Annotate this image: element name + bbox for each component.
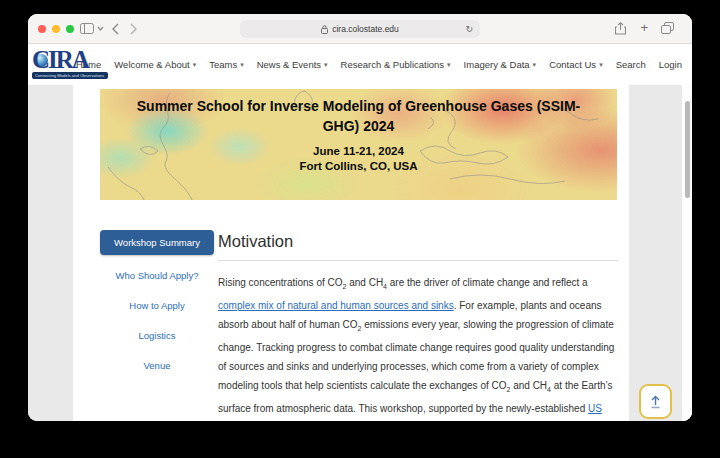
lock-icon	[321, 25, 328, 34]
zoom-window-button[interactable]	[66, 25, 74, 33]
paragraph-text: are the driver of climate change and ref…	[387, 277, 588, 288]
banner-location: Fort Collins, CO, USA	[100, 159, 617, 174]
banner-title: Summer School for Inverse Modeling of Gr…	[129, 96, 589, 136]
sidebar-item-who-should-apply[interactable]: Who Should Apply?	[100, 270, 214, 281]
nav-item-news-events[interactable]: News & Events▾	[257, 59, 328, 70]
url-text: cira.colostate.edu	[332, 24, 399, 34]
sidebar-icon[interactable]	[80, 23, 94, 34]
banner-date: June 11-21, 2024	[100, 144, 617, 159]
chevron-down-icon[interactable]	[97, 26, 104, 31]
scrollbar-track[interactable]	[682, 85, 692, 421]
nav-item-teams[interactable]: Teams▾	[209, 59, 244, 70]
banner-text: Summer School for Inverse Modeling of Gr…	[100, 96, 617, 174]
nav-item-login[interactable]: Login	[659, 59, 682, 70]
nav-item-imagery-data[interactable]: Imagery & Data▾	[464, 59, 537, 70]
heading-divider	[218, 260, 618, 261]
scroll-to-top-button[interactable]	[639, 384, 672, 419]
chevron-down-icon: ▾	[447, 61, 451, 68]
chevron-down-icon: ▾	[599, 61, 603, 68]
share-icon[interactable]	[615, 22, 626, 35]
browser-toolbar: cira.colostate.edu ↻ +	[28, 14, 692, 44]
inline-link[interactable]: complex mix of natural and human sources…	[218, 300, 454, 311]
reload-icon[interactable]: ↻	[465, 24, 473, 34]
forward-icon[interactable]	[130, 23, 137, 35]
content-sheet: Summer School for Inverse Modeling of Gr…	[73, 85, 629, 421]
minimize-window-button[interactable]	[52, 25, 60, 33]
chevron-down-icon: ▾	[533, 61, 537, 68]
paragraph-text: Rising concentrations of CO	[218, 277, 343, 288]
sidebar-item-logistics[interactable]: Logistics	[100, 330, 214, 341]
page-background: Summer School for Inverse Modeling of Gr…	[28, 85, 692, 421]
paragraph-text: and CH	[510, 380, 547, 391]
address-bar[interactable]: cira.colostate.edu ↻	[240, 20, 480, 38]
site-header: CIRA Connecting Models and Observations …	[28, 44, 692, 84]
sidebar-item-workshop-summary[interactable]: Workshop Summary	[100, 230, 214, 255]
arrow-up-icon	[649, 395, 662, 409]
nav-item-welcome-about[interactable]: Welcome & About▾	[114, 59, 196, 70]
back-icon[interactable]	[112, 23, 119, 35]
scrollbar-thumb[interactable]	[685, 101, 690, 198]
nav-item-contact-us[interactable]: Contact Us▾	[549, 59, 603, 70]
motivation-paragraph: Rising concentrations of CO2 and CH4 are…	[218, 273, 618, 421]
nav-menu: HomeWelcome & About▾Teams▾News & Events▾…	[76, 44, 682, 84]
close-window-button[interactable]	[38, 25, 46, 33]
nav-item-search[interactable]: Search	[616, 59, 646, 70]
hero-banner: Summer School for Inverse Modeling of Gr…	[100, 89, 617, 200]
chevron-down-icon: ▾	[193, 61, 197, 68]
new-tab-icon[interactable]: +	[640, 20, 648, 35]
chevron-down-icon: ▾	[324, 61, 328, 68]
sidebar-item-venue[interactable]: Venue	[100, 360, 214, 371]
window-controls	[38, 25, 74, 33]
chevron-down-icon: ▾	[240, 61, 244, 68]
tab-overview-icon[interactable]	[661, 22, 674, 34]
main-content: Motivation Rising concentrations of CO2 …	[218, 232, 618, 421]
browser-window: cira.colostate.edu ↻ + CIRA Connecting M…	[28, 14, 692, 421]
section-heading: Motivation	[218, 232, 618, 251]
sidebar-nav: Workshop SummaryWho Should Apply?How to …	[100, 230, 214, 390]
logo-text: CIRA	[32, 49, 110, 71]
nav-item-research-publications[interactable]: Research & Publications▾	[341, 59, 451, 70]
sidebar-item-how-to-apply[interactable]: How to Apply	[100, 300, 214, 311]
paragraph-text: and CH	[346, 277, 383, 288]
